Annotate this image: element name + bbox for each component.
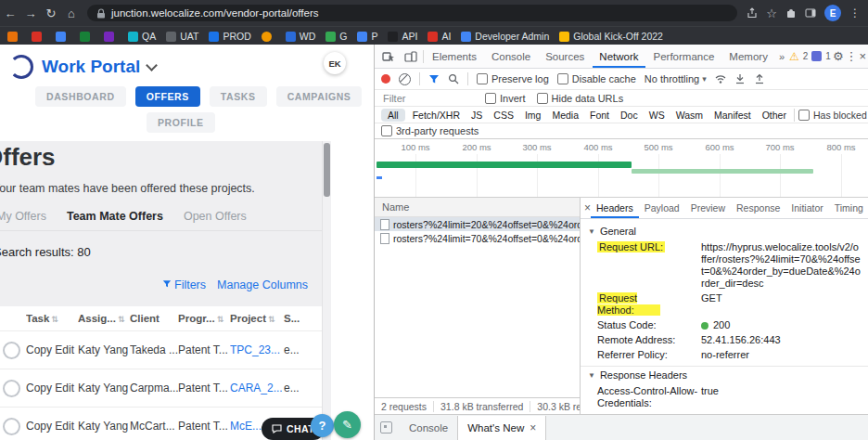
col-status[interactable]: S... xyxy=(284,313,322,324)
clear-icon[interactable] xyxy=(399,73,411,85)
help-button[interactable]: ? xyxy=(311,414,334,437)
devtools-close-icon[interactable]: × xyxy=(860,49,867,63)
disable-cache-checkbox[interactable]: Disable cache xyxy=(557,73,636,84)
preserve-log-checkbox[interactable]: Preserve log xyxy=(477,73,549,84)
checkbox[interactable] xyxy=(798,110,810,121)
record-button[interactable] xyxy=(381,74,390,84)
tab-sources[interactable]: Sources xyxy=(539,45,591,68)
drawer-icon[interactable] xyxy=(380,421,392,434)
tab-elements[interactable]: Elements xyxy=(426,45,483,68)
devtools-menu-icon[interactable]: ⋮ xyxy=(846,49,858,63)
tab-performance[interactable]: Performance xyxy=(647,45,721,68)
filters-button[interactable]: Filters xyxy=(162,278,206,291)
bookmark-item-api[interactable]: API xyxy=(388,31,417,42)
project-link[interactable]: TPC_23... xyxy=(230,343,284,356)
filter-chip[interactable]: JS xyxy=(467,109,486,122)
bookmark-item-wd[interactable]: WD xyxy=(286,31,316,42)
filter-chip[interactable]: Other xyxy=(759,109,790,122)
bookmark-item[interactable] xyxy=(32,32,45,42)
sort-icon[interactable]: ⇅ xyxy=(118,315,125,324)
throttling-dropdown[interactable]: No throttling▾ xyxy=(645,73,707,84)
bookmark-item-p[interactable]: P xyxy=(357,31,377,42)
filter-chip[interactable]: Doc xyxy=(617,109,642,122)
filter-chip[interactable]: WS xyxy=(645,109,669,122)
filter-chip-all[interactable]: All xyxy=(381,109,405,122)
warning-icon[interactable]: ⚠ xyxy=(789,50,799,63)
checkbox[interactable] xyxy=(557,73,568,84)
share-icon[interactable] xyxy=(747,7,758,19)
request-row[interactable]: rosters?%24limit=70&%24offset=0&%24order… xyxy=(375,231,580,245)
tab-response[interactable]: Response xyxy=(731,199,785,218)
bookmark-item[interactable] xyxy=(80,32,94,42)
page-scrollbar[interactable] xyxy=(322,141,331,440)
issues-icon[interactable] xyxy=(811,51,822,61)
sort-icon[interactable]: ⇅ xyxy=(268,315,275,324)
close-details-icon[interactable]: × xyxy=(584,201,591,214)
row-checkbox[interactable] xyxy=(3,380,20,397)
col-assignee[interactable]: Assig...⇅ xyxy=(78,313,130,324)
tab-memory[interactable]: Memory xyxy=(722,45,774,68)
checkbox[interactable] xyxy=(537,93,548,104)
filter-chip[interactable]: Media xyxy=(548,109,582,122)
filter-icon[interactable] xyxy=(428,74,440,84)
bookmark-item-developer-admin[interactable]: Developer Admin xyxy=(461,31,549,42)
reload-icon[interactable]: ↻ xyxy=(41,6,61,20)
browser-menu-icon[interactable]: ⋮ xyxy=(849,6,861,19)
filter-chip[interactable]: Wasm xyxy=(672,109,707,122)
device-toolbar-icon[interactable] xyxy=(401,50,421,62)
col-task[interactable]: Task⇅ xyxy=(26,313,78,324)
compose-button[interactable]: ✎ xyxy=(334,411,361,438)
request-row[interactable]: rosters?%24limit=20&%24offset=0&%24order… xyxy=(375,217,580,231)
profile-avatar[interactable]: E xyxy=(824,5,841,21)
extensions-icon[interactable] xyxy=(785,7,797,19)
hide-data-urls-checkbox[interactable]: Hide data URLs xyxy=(537,93,624,104)
more-tabs-icon[interactable]: » xyxy=(776,51,787,62)
network-overview-timeline[interactable]: 100 ms 200 ms 300 ms 400 ms 500 ms 600 m… xyxy=(375,139,868,198)
tab-payload[interactable]: Payload xyxy=(639,199,685,218)
filter-input[interactable] xyxy=(381,92,474,105)
checkbox[interactable] xyxy=(485,93,496,104)
search-icon[interactable] xyxy=(448,73,459,84)
tab-preview[interactable]: Preview xyxy=(685,199,731,218)
sort-icon[interactable]: ⇅ xyxy=(51,315,58,324)
inspect-element-icon[interactable] xyxy=(378,50,399,62)
nav-profile[interactable]: PROFILE xyxy=(147,112,215,133)
sort-icon[interactable]: ⇅ xyxy=(217,315,224,324)
network-conditions-icon[interactable] xyxy=(715,73,726,84)
filter-chip[interactable]: Manifest xyxy=(710,109,755,122)
table-row[interactable]: Copy Edit Katy Yang Carpma... Patent T..… xyxy=(0,369,322,408)
tab-console[interactable]: Console xyxy=(485,45,537,68)
home-icon[interactable]: ⌂ xyxy=(61,6,82,20)
tab-open-offers[interactable]: Open Offers xyxy=(184,206,247,230)
bookmark-item-uat[interactable]: UAT xyxy=(166,31,198,42)
url-bar[interactable]: junction.welocalize.com/vendor-portal/of… xyxy=(87,5,737,21)
invert-checkbox[interactable]: Invert xyxy=(485,93,526,104)
col-client[interactable]: Client xyxy=(130,313,178,324)
bookmark-item-ai[interactable]: AI xyxy=(428,31,451,42)
checkbox[interactable] xyxy=(477,73,488,84)
bookmark-item-global-kickoff[interactable]: Global Kick-Off 2022 xyxy=(559,31,663,42)
project-link[interactable]: CARA_2... xyxy=(230,382,284,395)
name-column-header[interactable]: Name xyxy=(375,198,580,217)
user-avatar[interactable]: EK xyxy=(324,52,346,74)
nav-campaigns[interactable]: CAMPAIGNS xyxy=(276,86,363,107)
nav-tasks[interactable]: TASKS xyxy=(210,86,267,107)
row-checkbox[interactable] xyxy=(3,342,20,359)
side-panel-icon[interactable] xyxy=(805,7,816,19)
filter-chip[interactable]: Font xyxy=(586,109,613,122)
drawer-tab-console[interactable]: Console xyxy=(400,416,457,440)
forward-icon[interactable]: → xyxy=(20,6,41,20)
settings-gear-icon[interactable]: ⚙ xyxy=(833,49,844,63)
bookmark-item[interactable] xyxy=(7,32,21,42)
close-tab-icon[interactable]: × xyxy=(530,416,536,440)
tab-headers[interactable]: Headers xyxy=(591,199,639,218)
general-section-header[interactable]: ▼ General xyxy=(581,223,868,239)
col-project[interactable]: Project⇅ xyxy=(230,313,284,324)
filter-chip[interactable]: Fetch/XHR xyxy=(409,109,464,122)
back-icon[interactable]: ← xyxy=(0,6,20,20)
response-headers-section-header[interactable]: ▼ Response Headers xyxy=(581,366,868,383)
tab-my-offers[interactable]: My Offers xyxy=(0,206,46,230)
tab-initiator[interactable]: Initiator xyxy=(785,199,828,218)
bookmark-star-icon[interactable]: ☆ xyxy=(766,7,777,19)
bookmark-item[interactable] xyxy=(56,32,70,42)
